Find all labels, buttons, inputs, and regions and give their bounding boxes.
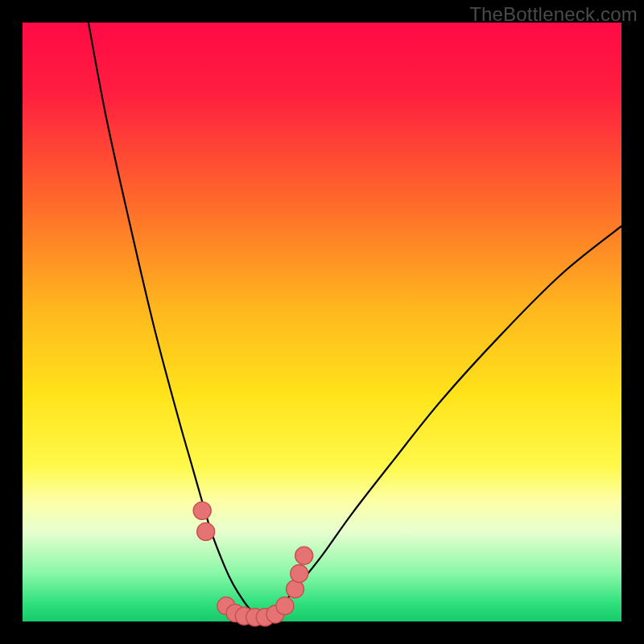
data-marker <box>197 522 215 540</box>
curve-left-curve <box>89 23 262 618</box>
data-marker <box>295 547 313 564</box>
watermark-text: TheBottleneck.com <box>469 3 638 26</box>
curves-layer <box>23 23 621 621</box>
data-marker <box>276 597 294 615</box>
plot-area <box>23 23 621 621</box>
data-marker <box>287 580 304 598</box>
curve-right-curve <box>262 226 621 618</box>
data-marker <box>291 564 308 582</box>
data-marker <box>193 502 211 519</box>
chart-frame: TheBottleneck.com <box>0 0 644 644</box>
